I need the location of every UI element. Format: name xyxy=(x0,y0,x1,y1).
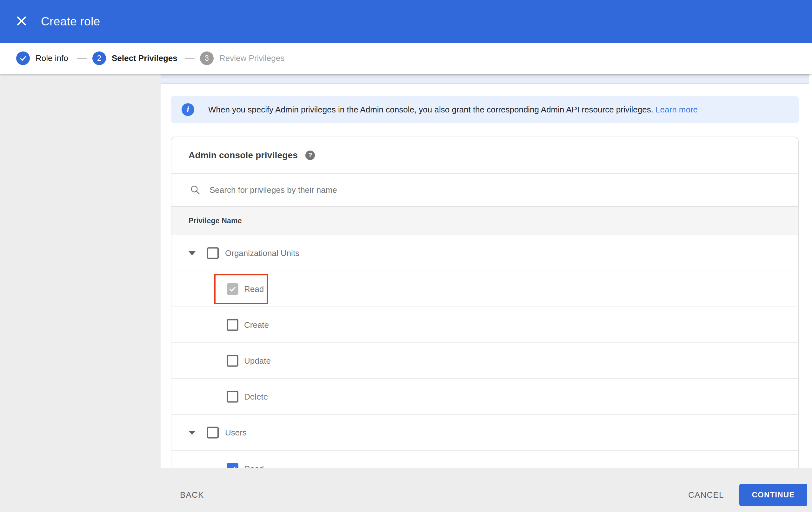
step-1-check-icon[interactable] xyxy=(16,51,30,65)
privilege-row: Create xyxy=(171,307,798,343)
step-1-label[interactable]: Role info xyxy=(35,43,68,74)
privileges-list: Organizational UnitsReadCreateUpdateDele… xyxy=(171,235,798,468)
continue-button[interactable]: CONTINUE xyxy=(739,484,807,506)
info-banner-text: When you specify Admin privileges in the… xyxy=(208,96,698,123)
privilege-row: Read xyxy=(171,451,798,468)
dialog-title: Create role xyxy=(41,0,100,43)
card-header: Admin console privileges ? xyxy=(171,137,798,174)
back-button[interactable]: BACK xyxy=(180,468,204,512)
close-icon[interactable] xyxy=(15,15,28,27)
privileges-card: Admin console privileges ? Privilege Nam… xyxy=(171,137,799,468)
search-icon xyxy=(190,185,201,197)
left-gutter xyxy=(0,74,161,468)
expander-triangle-icon[interactable] xyxy=(188,251,196,255)
privilege-checkbox[interactable] xyxy=(207,247,219,259)
content-area: i When you specify Admin privileges in t… xyxy=(161,74,812,468)
privilege-row: Read xyxy=(171,271,798,307)
privilege-label: Users xyxy=(225,428,246,437)
step-divider xyxy=(77,58,87,59)
privilege-row: Users xyxy=(171,415,798,451)
privilege-row: Update xyxy=(171,343,798,379)
step-divider xyxy=(185,58,195,59)
search-input[interactable] xyxy=(209,174,749,206)
scrolled-banner-edge xyxy=(161,74,809,84)
privilege-checkbox[interactable] xyxy=(227,463,238,468)
step-2-circle[interactable]: 2 xyxy=(92,51,106,65)
app-bar: Create role xyxy=(0,0,812,43)
stepper: Role info 2 Select Privileges 3 Review P… xyxy=(0,43,812,74)
privilege-checkbox[interactable] xyxy=(227,319,238,331)
cancel-button[interactable]: CANCEL xyxy=(688,468,724,512)
privilege-row: Delete xyxy=(171,379,798,415)
card-title: Admin console privileges xyxy=(188,150,298,160)
privilege-label: Read xyxy=(244,464,264,468)
info-banner: i When you specify Admin privileges in t… xyxy=(171,96,799,123)
expander-triangle-icon[interactable] xyxy=(188,431,196,435)
privilege-label: Create xyxy=(244,320,269,330)
privilege-label: Read xyxy=(244,284,264,294)
privilege-checkbox[interactable] xyxy=(227,355,238,367)
privilege-label: Delete xyxy=(244,392,268,402)
learn-more-link[interactable]: Learn more xyxy=(656,105,698,114)
privilege-label: Update xyxy=(244,356,271,366)
step-3-label: Review Privileges xyxy=(219,43,284,74)
privilege-row: Organizational Units xyxy=(171,235,798,271)
step-2-label[interactable]: Select Privileges xyxy=(112,43,177,74)
footer-bar: BACK CANCEL CONTINUE xyxy=(0,468,812,512)
step-3-circle: 3 xyxy=(200,51,214,65)
info-banner-message: When you specify Admin privileges in the… xyxy=(208,105,653,114)
privilege-label: Organizational Units xyxy=(225,248,299,258)
help-icon[interactable]: ? xyxy=(306,151,315,160)
privilege-checkbox[interactable] xyxy=(227,391,238,402)
column-header: Privilege Name xyxy=(171,206,798,235)
privilege-checkbox[interactable] xyxy=(207,427,219,438)
create-role-dialog: Create role Role info 2 Select Privilege… xyxy=(0,0,812,512)
privilege-search-row xyxy=(171,174,798,206)
privilege-checkbox[interactable] xyxy=(227,283,238,295)
info-icon: i xyxy=(181,103,194,116)
